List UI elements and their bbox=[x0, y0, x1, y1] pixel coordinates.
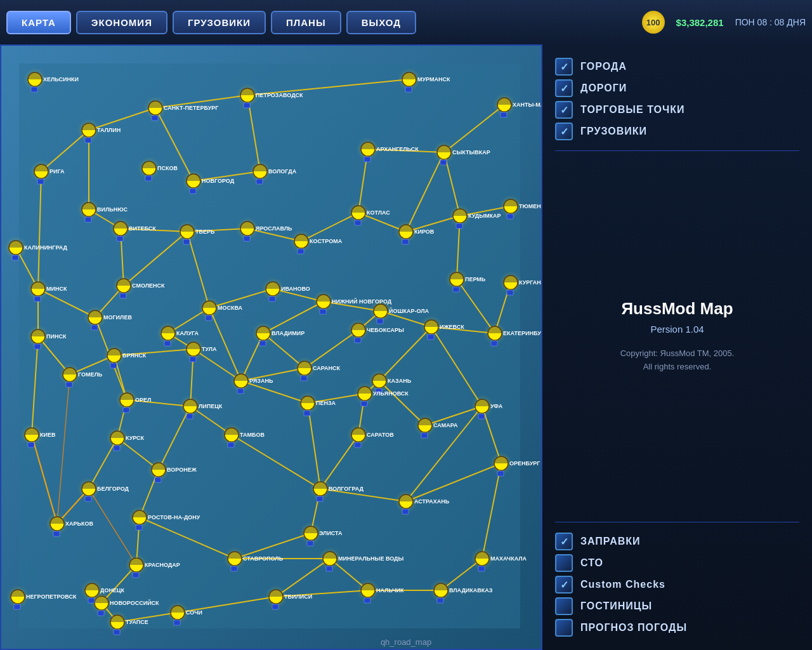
btn-map[interactable]: КАРТА bbox=[6, 11, 71, 34]
truck-icon bbox=[88, 598, 95, 603]
city-label: ВОЛГОГРАД bbox=[329, 486, 363, 492]
legend-trucks[interactable]: ГРУЗОВИКИ bbox=[555, 123, 799, 140]
city-label: БРЯНСК bbox=[122, 352, 147, 359]
city-label: НЕГРОПЕТРОВСК bbox=[26, 594, 77, 600]
city-label: САРАНСК bbox=[313, 365, 340, 371]
truck-icon bbox=[53, 531, 60, 536]
legend-customs-label: Custom Checks bbox=[580, 579, 665, 590]
city-label: МУРМАНСК bbox=[417, 76, 450, 83]
city-label: КИРОВ bbox=[414, 229, 435, 235]
money-display: $3,382,281 bbox=[676, 17, 724, 28]
filename-label: qh_road_map bbox=[381, 637, 431, 647]
truck-icon bbox=[237, 388, 244, 394]
legend-cities-label: ГОРОДА bbox=[580, 61, 627, 72]
city-label: ВОРОНЕЖ bbox=[167, 467, 197, 473]
city-label: КРАСНОДАР bbox=[145, 562, 180, 568]
btn-exit[interactable]: ВЫХОД bbox=[346, 11, 416, 34]
city-label: ПИНСК bbox=[46, 333, 67, 340]
city-label: НАЛЬЧИК bbox=[376, 587, 404, 594]
truck-icon bbox=[145, 176, 152, 181]
city-label: НОВОРОССИЙСК bbox=[110, 599, 159, 606]
truck-icon bbox=[478, 566, 485, 571]
city-label: ХАРЬКОВ bbox=[65, 521, 93, 527]
truck-icon bbox=[120, 293, 126, 298]
btn-plans[interactable]: ПЛАНЫ bbox=[271, 11, 341, 34]
truck-icon bbox=[405, 87, 412, 92]
city-label: ЧЕБОКСАРЫ bbox=[367, 327, 404, 333]
city-label: ЯРОСЛАВЛЬ bbox=[256, 225, 292, 232]
legend-gas[interactable]: ЗАПРАВКИ bbox=[555, 533, 799, 550]
datetime-display: ПОН 08 : 08 ДНЯ bbox=[735, 17, 806, 27]
truck-icon bbox=[355, 338, 361, 343]
truck-icon bbox=[85, 496, 91, 501]
city-label: БЕЛГОРОД bbox=[97, 486, 129, 492]
truck-icon bbox=[437, 598, 443, 603]
legend-roads[interactable]: ДОРОГИ bbox=[555, 79, 799, 97]
truck-icon bbox=[228, 442, 234, 448]
city-label: УЛЬЯНОВСК bbox=[373, 390, 409, 397]
legend-weather[interactable]: ПРОГНОЗ ПОГОДЫ bbox=[555, 619, 799, 637]
truck-icon bbox=[301, 376, 307, 381]
city-label: АРХАНГЕЛЬСК bbox=[376, 146, 419, 152]
truck-icon bbox=[244, 236, 250, 241]
legend-trucks-checkbox[interactable] bbox=[555, 123, 573, 140]
truck-icon bbox=[456, 223, 462, 229]
legend-gas-checkbox[interactable] bbox=[555, 533, 573, 550]
legend-cities[interactable]: ГОРОДА bbox=[555, 58, 799, 76]
truck-icon bbox=[91, 325, 98, 330]
truck-icon bbox=[507, 214, 513, 219]
truck-icon bbox=[164, 341, 171, 346]
legend-hotels-checkbox[interactable] bbox=[555, 597, 573, 615]
city-label: ТАЛЛИН bbox=[97, 127, 121, 133]
truck-icon bbox=[501, 112, 507, 117]
city-label: МОГИЛЕВ bbox=[103, 314, 132, 321]
truck-icon bbox=[206, 315, 212, 321]
legend-service-checkbox[interactable] bbox=[555, 554, 573, 572]
city-label: ПЕТРОЗАВОДСК bbox=[256, 92, 303, 98]
city-label: ЙОШКАР-ОЛА bbox=[389, 307, 429, 314]
legend-customs-checkbox[interactable] bbox=[555, 576, 573, 594]
truck-icon bbox=[244, 103, 250, 108]
btn-trucks[interactable]: ГРУЗОВИКИ bbox=[173, 11, 266, 34]
city-label: СМОЛЕНСК bbox=[132, 282, 165, 289]
legend-roads-checkbox[interactable] bbox=[555, 79, 573, 97]
city-label: САНКТ-ПЕТЕРБУРГ bbox=[164, 105, 218, 111]
truck-icon bbox=[428, 335, 434, 340]
city-label: ТАМБОВ bbox=[240, 432, 265, 438]
legend-trade-checkbox[interactable] bbox=[555, 101, 573, 119]
city-label: ОРЕНБУРГ bbox=[509, 460, 540, 467]
truck-icon bbox=[187, 414, 193, 419]
legend-service[interactable]: СТО bbox=[555, 554, 799, 572]
btn-economy[interactable]: ЭКОНОМИЯ bbox=[76, 11, 167, 34]
city-label: НОВГОРОД bbox=[202, 178, 235, 184]
truck-icon bbox=[174, 620, 180, 625]
city-label: ТУАПСЕ bbox=[126, 619, 148, 625]
legend-weather-checkbox[interactable] bbox=[555, 619, 573, 637]
city-label: КУРГАН bbox=[519, 279, 541, 286]
truck-icon bbox=[364, 598, 370, 603]
legend-trade[interactable]: ТОРГОВЫЕ ТОЧКИ bbox=[555, 101, 799, 119]
coin-badge: 100 bbox=[642, 11, 665, 34]
map-area[interactable]: ХЕЛЬСИНКИСАНКТ-ПЕТЕРБУРГПЕТРОЗАВОДСКМУРМ… bbox=[0, 44, 542, 650]
truck-icon bbox=[326, 566, 332, 571]
city-label: УФА bbox=[490, 403, 503, 409]
truck-icon bbox=[256, 179, 263, 184]
truck-icon bbox=[190, 357, 196, 362]
legend-customs[interactable]: Custom Checks bbox=[555, 576, 799, 594]
nav-buttons: КАРТАЭКОНОМИЯГРУЗОВИКИПЛАНЫВЫХОД bbox=[6, 11, 421, 34]
legend-hotels[interactable]: ГОСТИНИЦЫ bbox=[555, 597, 799, 615]
city-label: КАЗАНЬ bbox=[388, 378, 412, 384]
legend-gas-label: ЗАПРАВКИ bbox=[580, 536, 641, 547]
legend-cities-checkbox[interactable] bbox=[555, 58, 573, 76]
truck-icon bbox=[110, 363, 117, 368]
city-label: САРАТОВ bbox=[367, 432, 394, 438]
truck-icon bbox=[402, 239, 409, 244]
city-label: КАЛУГА bbox=[176, 330, 199, 336]
map-copyright: Copyright: ЯussMod TM, 2005.All rights r… bbox=[620, 347, 735, 374]
city-label: КУРСК bbox=[126, 435, 145, 441]
city-label: ВОЛОГДА bbox=[268, 168, 297, 175]
city-label: ТУЛА bbox=[202, 346, 217, 352]
city-label: МОСКВА bbox=[218, 305, 243, 311]
truck-icon bbox=[259, 341, 266, 346]
truck-icon bbox=[28, 442, 34, 448]
